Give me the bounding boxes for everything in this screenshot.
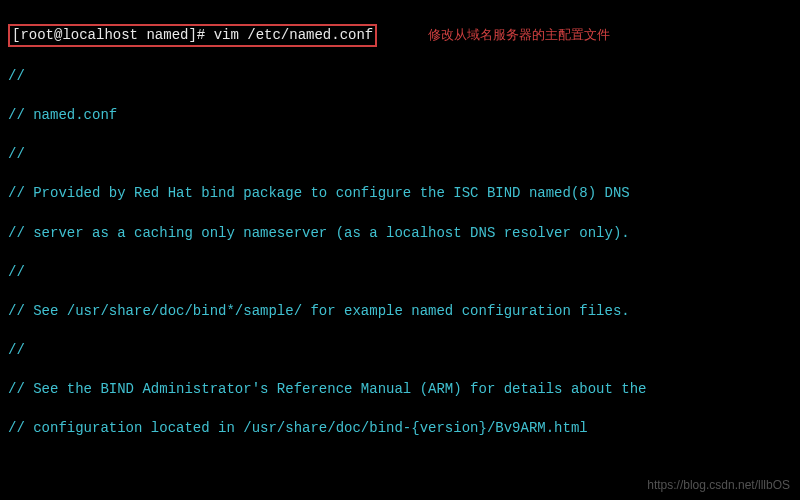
comment-line: //	[8, 67, 792, 87]
blank-line	[8, 459, 792, 479]
comment-line: // See /usr/share/doc/bind*/sample/ for …	[8, 302, 792, 322]
shell-command: vim /etc/named.conf	[214, 27, 374, 43]
comment-line: // configuration located in /usr/share/d…	[8, 419, 792, 439]
annotation-top: 修改从域名服务器的主配置文件	[428, 27, 610, 42]
terminal-output: [root@localhost named]# vim /etc/named.c…	[0, 0, 800, 500]
comment-line: // See the BIND Administrator's Referenc…	[8, 380, 792, 400]
comment-line: //	[8, 341, 792, 361]
shell-prompt: [root@localhost named]#	[12, 27, 205, 43]
prompt-line: [root@localhost named]# vim /etc/named.c…	[8, 24, 792, 48]
comment-line: // named.conf	[8, 106, 792, 126]
comment-line: //	[8, 145, 792, 165]
comment-line: //	[8, 263, 792, 283]
watermark: https://blog.csdn.net/lllbOS	[647, 477, 790, 494]
comment-line: // Provided by Red Hat bind package to c…	[8, 184, 792, 204]
comment-line: // server as a caching only nameserver (…	[8, 224, 792, 244]
